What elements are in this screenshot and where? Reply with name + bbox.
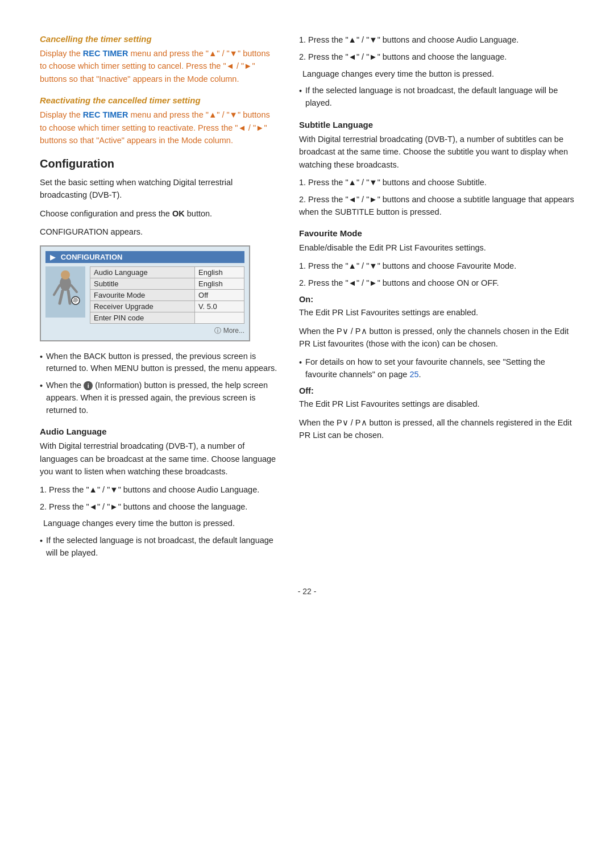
- favourite-mode-section: Favourite Mode Enable/disable the Edit P…: [299, 228, 574, 441]
- reactivating-text: Display the REC TIMER menu and press the…: [40, 108, 279, 147]
- config-intro3: CONFIGURATION appears.: [40, 226, 279, 238]
- audio-right-steps: 1. Press the "▲" / "▼" buttons and choos…: [299, 34, 574, 110]
- reactivating-section: Reactivating the cancelled timer setting…: [40, 95, 279, 147]
- on-text-1: The Edit PR List Favourites settings are…: [299, 306, 574, 319]
- reactivating-heading: Reactivating the cancelled timer setting: [40, 95, 279, 105]
- audio-right-note-1-text: Language changes every time the button i…: [302, 68, 494, 81]
- audio-right-step-1: 1. Press the "▲" / "▼" buttons and choos…: [299, 34, 574, 47]
- config-options-table: Audio LanguageEnglish SubtitleEnglish Fa…: [90, 266, 244, 324]
- page-number: - 22 -: [40, 587, 574, 596]
- rec-timer-label-1: REC TIMER: [83, 49, 128, 58]
- table-row: Enter PIN code: [90, 312, 244, 323]
- bullet-dot-r2: •: [299, 85, 302, 110]
- cancelling-section: Cancelling the timer setting Display the…: [40, 34, 279, 85]
- subtitle-step-1: 1. Press the "▲" / "▼" buttons and choos…: [299, 177, 574, 189]
- svg-point-1: [61, 270, 70, 279]
- config-more: ⓘ More...: [90, 326, 244, 336]
- table-row: Audio LanguageEnglish: [90, 266, 244, 278]
- table-row: SubtitleEnglish: [90, 278, 244, 289]
- cancelling-heading: Cancelling the timer setting: [40, 34, 279, 44]
- off-text-2: When the P∨ / P∧ button is pressed, all …: [299, 416, 574, 442]
- config-intro1: Set the basic setting when watching Digi…: [40, 176, 279, 202]
- table-row: Receiver UpgradeV. 5.0: [90, 301, 244, 312]
- audio-right-step-2: 2. Press the "◄" / "►" buttons and choos…: [299, 51, 574, 64]
- audio-language-intro: With Digital terrestrial broadcating (DV…: [40, 440, 279, 478]
- subtitle-language-heading: Subtitle Language: [299, 120, 574, 130]
- on-text-2: When the P∨ / P∧ button is pressed, only…: [299, 325, 574, 350]
- on-bullet-text: For details on how to set your favourite…: [305, 356, 574, 381]
- audio-note-1-text: Language changes every time the button i…: [43, 518, 235, 530]
- off-label: Off:: [299, 386, 574, 395]
- svg-line-3: [68, 291, 70, 303]
- cancelling-text: Display the REC TIMER menu and press the…: [40, 47, 279, 85]
- favourite-mode-heading: Favourite Mode: [299, 228, 574, 238]
- config-box-title: ▶ CONFIGURATION: [45, 251, 244, 263]
- bullet-dot-2: •: [40, 380, 43, 416]
- rec-timer-label-2: REC TIMER: [83, 110, 128, 119]
- subtitle-step-2: 2. Press the "◄" / "►" buttons and choos…: [299, 194, 574, 219]
- bullet-back-text: When the BACK button is pressed, the pre…: [46, 350, 279, 375]
- subtitle-language-intro: With Digital terrestrial broadcating (DV…: [299, 133, 574, 171]
- subtitle-language-section: Subtitle Language With Digital terrestri…: [299, 120, 574, 219]
- audio-step-1: 1. Press the "▲" / "▼" buttons and choos…: [40, 484, 279, 496]
- bullet-dot-on: •: [299, 357, 302, 381]
- favourite-step-2: 2. Press the "◄" / "►" buttons and choos…: [299, 277, 574, 290]
- on-label: On:: [299, 295, 574, 304]
- right-column: 1. Press the "▲" / "▼" buttons and choos…: [299, 34, 574, 570]
- config-table: Audio LanguageEnglish SubtitleEnglish Fa…: [90, 266, 244, 336]
- config-box: ▶ CONFIGURATION: [40, 245, 250, 341]
- config-intro2: Choose configuration and press the OK bu…: [40, 207, 279, 220]
- audio-step-2: 2. Press the "◄" / "►" buttons and choos…: [40, 501, 279, 514]
- configuration-section: Configuration Set the basic setting when…: [40, 157, 279, 417]
- bullet-info-text: When the i (Information) button is press…: [46, 379, 279, 416]
- info-icon: i: [84, 381, 93, 390]
- config-heading: Configuration: [40, 157, 279, 170]
- bullet-back-button: • When the BACK button is pressed, the p…: [40, 350, 279, 375]
- left-column: Cancelling the timer setting Display the…: [40, 34, 279, 570]
- favourite-step-1: 1. Press the "▲" / "▼" buttons and choos…: [299, 260, 574, 273]
- audio-right-note-2-text: If the selected language is not broadcas…: [305, 85, 574, 110]
- audio-right-note-2: • If the selected language is not broadc…: [299, 85, 574, 110]
- audio-language-heading: Audio Language: [40, 427, 279, 436]
- off-text-1: The Edit PR List Favourites settings are…: [299, 398, 574, 410]
- bullet-dot-4: •: [40, 535, 43, 560]
- audio-right-note-1: Language changes every time the button i…: [299, 68, 574, 81]
- on-bullet: • For details on how to set your favouri…: [299, 356, 574, 381]
- svg-line-5: [71, 285, 77, 292]
- audio-note-2-text: If the selected language is not broadcas…: [46, 535, 279, 560]
- config-box-content: Audio LanguageEnglish SubtitleEnglish Fa…: [45, 266, 244, 336]
- audio-note-1: Language changes every time the button i…: [40, 518, 279, 530]
- config-icon: [45, 266, 85, 318]
- favourite-mode-intro: Enable/disable the Edit PR List Favourit…: [299, 241, 574, 254]
- page-link-25: 25: [409, 370, 418, 379]
- table-row: Favourite ModeOff: [90, 289, 244, 301]
- audio-language-section: Audio Language With Digital terrestrial …: [40, 427, 279, 559]
- svg-line-4: [54, 285, 60, 295]
- bullet-dot-1: •: [40, 351, 43, 375]
- bullet-info-button: • When the i (Information) button is pre…: [40, 379, 279, 416]
- audio-note-2: • If the selected language is not broadc…: [40, 535, 279, 560]
- svg-line-2: [60, 291, 63, 303]
